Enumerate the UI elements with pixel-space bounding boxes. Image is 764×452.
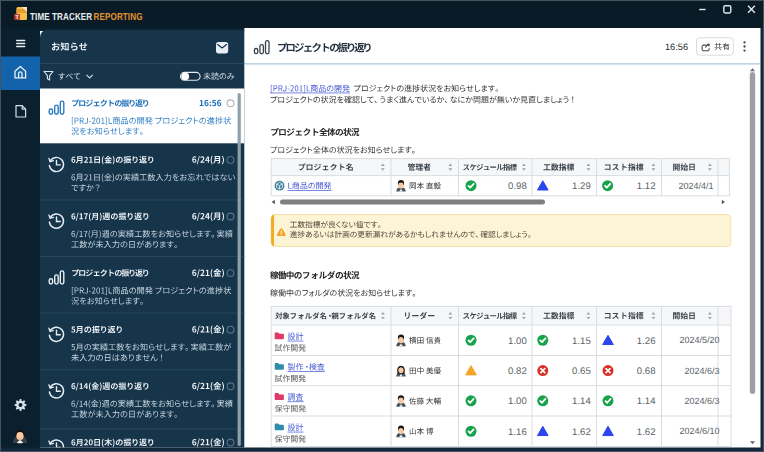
svg-text:1.62: 1.62 [637, 427, 656, 438]
svg-text:2024/4/1: 2024/4/1 [678, 181, 713, 191]
svg-text:0.68: 0.68 [637, 366, 656, 377]
svg-text:2024/6/10: 2024/6/10 [679, 426, 719, 436]
svg-text:16:56: 16:56 [665, 42, 688, 52]
svg-text:0.65: 0.65 [572, 366, 591, 377]
svg-text:2024/6/3: 2024/6/3 [684, 366, 719, 376]
svg-text:0.98: 0.98 [508, 181, 527, 192]
svg-text:0.82: 0.82 [508, 366, 527, 377]
svg-text:1.12: 1.12 [637, 181, 656, 192]
svg-text:1.16: 1.16 [508, 427, 527, 438]
svg-text:REPORTING: REPORTING [94, 12, 143, 23]
svg-text:2024/5/20: 2024/5/20 [679, 335, 719, 345]
svg-text:1.00: 1.00 [508, 396, 527, 407]
svg-text:2024/6/3: 2024/6/3 [684, 396, 719, 406]
svg-text:1.14: 1.14 [637, 396, 656, 407]
svg-text:1.14: 1.14 [572, 396, 591, 407]
svg-text:1.29: 1.29 [572, 181, 591, 192]
svg-text:1.62: 1.62 [572, 427, 591, 438]
svg-text:1.15: 1.15 [572, 336, 591, 347]
svg-text:1.26: 1.26 [637, 336, 656, 347]
svg-text:TIME TRACKER: TIME TRACKER [30, 12, 93, 23]
svg-text:1.00: 1.00 [508, 336, 527, 347]
